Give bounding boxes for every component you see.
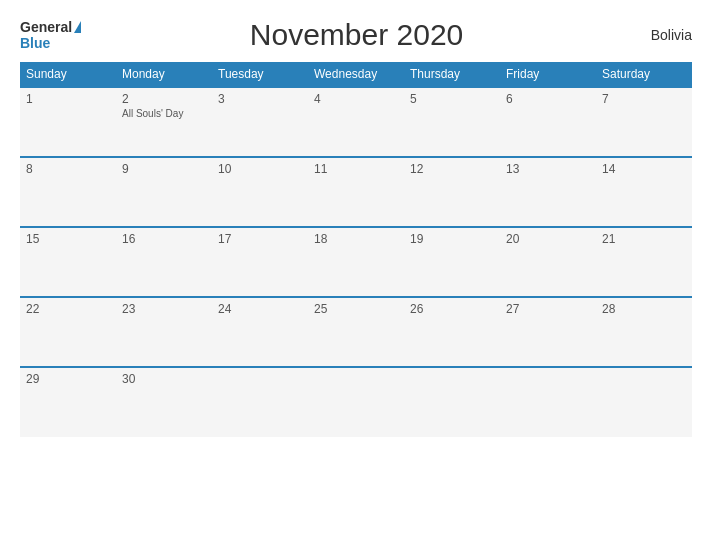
day-number: 21 (602, 232, 686, 246)
calendar-cell: 6 (500, 87, 596, 157)
calendar-cell: 2All Souls' Day (116, 87, 212, 157)
page: General Blue November 2020 Bolivia Sunda… (0, 0, 712, 550)
day-number: 8 (26, 162, 110, 176)
col-friday: Friday (500, 62, 596, 87)
country-label: Bolivia (632, 27, 692, 43)
calendar-body: 12All Souls' Day345678910111213141516171… (20, 87, 692, 437)
calendar-cell: 3 (212, 87, 308, 157)
day-number: 23 (122, 302, 206, 316)
day-number: 27 (506, 302, 590, 316)
calendar-cell: 14 (596, 157, 692, 227)
col-tuesday: Tuesday (212, 62, 308, 87)
calendar-cell: 19 (404, 227, 500, 297)
calendar-cell: 21 (596, 227, 692, 297)
day-number: 5 (410, 92, 494, 106)
calendar-header-row: Sunday Monday Tuesday Wednesday Thursday… (20, 62, 692, 87)
day-number: 17 (218, 232, 302, 246)
logo-triangle-icon (74, 21, 81, 33)
calendar-cell: 9 (116, 157, 212, 227)
calendar-cell: 26 (404, 297, 500, 367)
calendar-row-2: 891011121314 (20, 157, 692, 227)
calendar-cell: 24 (212, 297, 308, 367)
calendar-cell (212, 367, 308, 437)
day-number: 7 (602, 92, 686, 106)
calendar-cell: 10 (212, 157, 308, 227)
col-sunday: Sunday (20, 62, 116, 87)
calendar-table: Sunday Monday Tuesday Wednesday Thursday… (20, 62, 692, 437)
col-monday: Monday (116, 62, 212, 87)
col-wednesday: Wednesday (308, 62, 404, 87)
calendar-title: November 2020 (81, 18, 632, 52)
calendar-cell: 1 (20, 87, 116, 157)
day-number: 29 (26, 372, 110, 386)
day-number: 30 (122, 372, 206, 386)
calendar-row-5: 2930 (20, 367, 692, 437)
col-saturday: Saturday (596, 62, 692, 87)
logo: General Blue (20, 19, 81, 51)
calendar-row-4: 22232425262728 (20, 297, 692, 367)
day-number: 9 (122, 162, 206, 176)
calendar-cell: 16 (116, 227, 212, 297)
day-number: 3 (218, 92, 302, 106)
day-number: 22 (26, 302, 110, 316)
calendar-cell: 30 (116, 367, 212, 437)
day-number: 20 (506, 232, 590, 246)
calendar-row-3: 15161718192021 (20, 227, 692, 297)
day-number: 28 (602, 302, 686, 316)
day-number: 2 (122, 92, 206, 106)
calendar-row-1: 12All Souls' Day34567 (20, 87, 692, 157)
calendar-cell: 17 (212, 227, 308, 297)
day-number: 18 (314, 232, 398, 246)
calendar-cell: 25 (308, 297, 404, 367)
day-number: 10 (218, 162, 302, 176)
day-number: 6 (506, 92, 590, 106)
day-number: 19 (410, 232, 494, 246)
logo-general-text: General (20, 19, 72, 35)
logo-bottom: Blue (20, 35, 50, 51)
calendar-cell: 5 (404, 87, 500, 157)
calendar-cell: 28 (596, 297, 692, 367)
calendar-cell: 29 (20, 367, 116, 437)
calendar-cell: 12 (404, 157, 500, 227)
calendar-header: Sunday Monday Tuesday Wednesday Thursday… (20, 62, 692, 87)
day-number: 15 (26, 232, 110, 246)
calendar-cell: 20 (500, 227, 596, 297)
calendar-cell: 18 (308, 227, 404, 297)
logo-top: General (20, 19, 81, 35)
calendar-cell: 15 (20, 227, 116, 297)
day-number: 14 (602, 162, 686, 176)
logo-blue-text: Blue (20, 35, 50, 51)
day-number: 13 (506, 162, 590, 176)
calendar-cell (596, 367, 692, 437)
day-number: 26 (410, 302, 494, 316)
col-thursday: Thursday (404, 62, 500, 87)
calendar-cell: 22 (20, 297, 116, 367)
day-number: 25 (314, 302, 398, 316)
day-number: 16 (122, 232, 206, 246)
header: General Blue November 2020 Bolivia (20, 18, 692, 52)
calendar-event: All Souls' Day (122, 108, 183, 119)
calendar-cell: 11 (308, 157, 404, 227)
calendar-cell: 13 (500, 157, 596, 227)
day-number: 12 (410, 162, 494, 176)
calendar-cell: 4 (308, 87, 404, 157)
calendar-cell (308, 367, 404, 437)
day-number: 11 (314, 162, 398, 176)
day-number: 1 (26, 92, 110, 106)
calendar-cell (404, 367, 500, 437)
calendar-cell: 7 (596, 87, 692, 157)
calendar-cell (500, 367, 596, 437)
day-number: 24 (218, 302, 302, 316)
calendar-cell: 23 (116, 297, 212, 367)
day-number: 4 (314, 92, 398, 106)
calendar-cell: 27 (500, 297, 596, 367)
calendar-cell: 8 (20, 157, 116, 227)
